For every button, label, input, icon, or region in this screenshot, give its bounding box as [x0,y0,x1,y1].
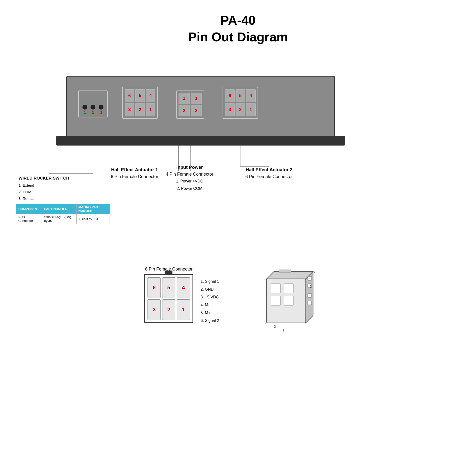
rocker-pin-dot-2 [90,105,95,110]
pin-cell: 3 [225,103,235,116]
power-label: Input Power 4 Pin Female Connector 1. Po… [163,164,217,192]
svg-rect-22 [308,301,312,305]
table-header-mating: MATING PART NUMBER [76,204,110,214]
table-row: PCB Connector S3B-XH-A(LF)(SN) by JST XH… [17,214,110,224]
hall2-label: Hall Effect Actuator 2 6 Pin Female Conn… [242,166,296,180]
six-pin-legend: 1. Signal 1 2. GND 3. +5 VDC 4. M- 5. M+… [201,278,219,324]
hall2-connector-device: 6 5 4 3 2 1 [222,87,258,119]
svg-text:6: 6 [309,277,311,281]
pin-2: 2 [162,299,175,320]
svg-rect-17 [271,296,280,305]
rocker-pin-dot-3 [99,105,103,110]
power-connector-device: 1 1 2 2 [176,90,204,119]
rocker-pins: 1 2 3 [79,91,107,117]
rocker-pin-dot-1 [83,105,87,110]
page-title: PA-40 Pin Out Diagram [0,0,476,45]
svg-text:3: 3 [265,321,267,325]
svg-text:4: 4 [314,271,316,275]
pin-cell: 4 [246,89,255,102]
pin-6: 6 [148,277,161,298]
table-cell-partnum: S3B-XH-A(LF)(SN) by JST [42,214,76,224]
pin-5: 5 [162,277,175,298]
hall1-connector-device: 6 5 4 3 2 1 [122,87,158,119]
rocker-box-title: WIRED ROCKER SWITCH [16,174,110,181]
svg-text:5: 5 [309,285,311,289]
pin-cell: 6 [125,89,134,102]
svg-rect-29 [279,270,291,272]
rocker-box: WIRED ROCKER SWITCH 1. Extend 2. COM 3. … [16,174,110,224]
table-header-component: COMPONENT [17,204,42,214]
pin-1: 1 [177,299,190,320]
connector-lines-svg [0,0,476,476]
svg-rect-21 [308,293,312,297]
rocker-connector-device: 1 2 3 [78,90,108,118]
pin-cell: 3 [125,103,134,116]
pin-cell: 5 [236,89,245,102]
table-cell-mating: XHP-3 by JST [76,214,110,224]
pin-cell: 1 [246,103,255,116]
svg-marker-12 [267,272,313,279]
pin-cell: 5 [135,89,145,102]
hall1-pin-grid: 6 5 4 3 2 1 [123,87,157,118]
pin-3: 3 [148,299,161,320]
table-cell-component: PCB Connector [17,214,42,224]
rocker-table: COMPONENT PART NUMBER MATING PART NUMBER… [16,204,110,224]
pin-cell: 2 [179,105,190,117]
svg-text:2: 2 [274,324,276,328]
svg-text:1: 1 [283,328,285,332]
connector-3d-svg: 6 5 3 2 1 4 [257,269,325,342]
pin-cell: 1 [191,93,202,104]
power-pin-grid: 1 1 2 2 [177,91,204,118]
power-pin-labels: 1. Power +VDC 2. Power COM [163,178,217,192]
pin-cell: 2 [236,103,245,116]
device-bottom-bar [56,136,345,146]
svg-rect-18 [284,296,293,305]
rocker-pin-list: 1. Extend 2. COM 3. Retract [16,182,110,204]
pin-cell: 1 [146,103,155,116]
pin-cell: 1 [179,93,190,104]
pin-cell: 2 [135,103,145,116]
pin-cell: 6 [225,89,235,102]
hall2-pin-grid: 6 5 4 3 2 1 [223,87,257,118]
six-pin-diagram: 6 Pin Female Connector 6 5 4 3 2 1 [144,267,193,323]
table-header-partnum: PART NUMBER [42,204,76,214]
pin-4: 4 [177,277,190,298]
six-pin-box: 6 5 4 3 2 1 [144,274,193,323]
hall1-label: Hall Effect Actuator 1 6 Pin Female Conn… [110,166,159,180]
pin-cell: 4 [146,89,155,102]
svg-rect-14 [271,284,280,293]
pin-cell: 2 [191,105,202,117]
connector-3d-illustration: 6 5 3 2 1 4 [257,269,325,343]
svg-rect-15 [284,284,293,293]
